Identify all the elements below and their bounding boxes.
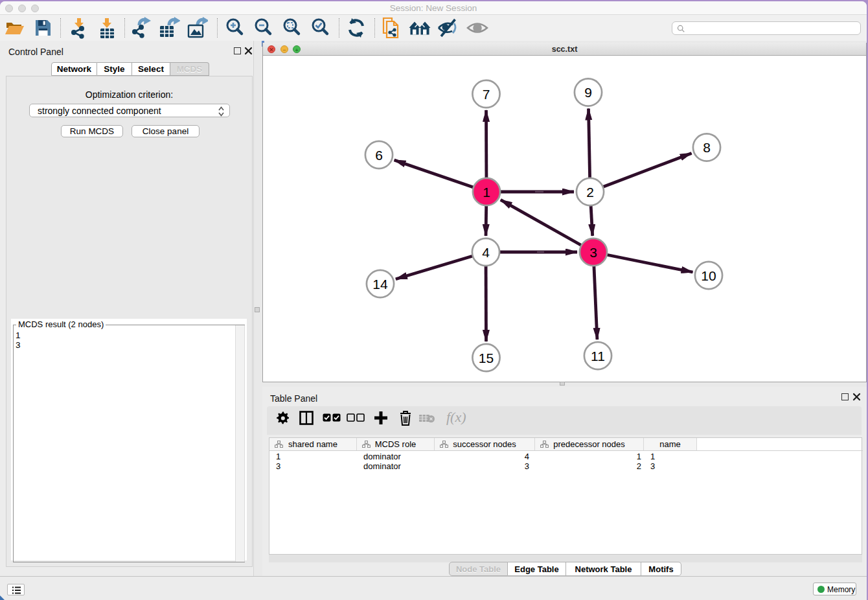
svg-text:15: 15 bbox=[479, 351, 494, 365]
svg-text:1: 1 bbox=[483, 185, 490, 200]
svg-text:6: 6 bbox=[375, 148, 383, 163]
svg-text:3: 3 bbox=[589, 245, 597, 260]
svg-text:9: 9 bbox=[584, 85, 592, 100]
svg-text:4: 4 bbox=[482, 245, 490, 260]
svg-text:7: 7 bbox=[483, 87, 490, 102]
svg-text:10: 10 bbox=[701, 268, 716, 283]
svg-text:11: 11 bbox=[591, 349, 605, 363]
svg-text:2: 2 bbox=[586, 185, 594, 200]
svg-text:14: 14 bbox=[372, 277, 388, 292]
svg-text:8: 8 bbox=[703, 140, 711, 155]
